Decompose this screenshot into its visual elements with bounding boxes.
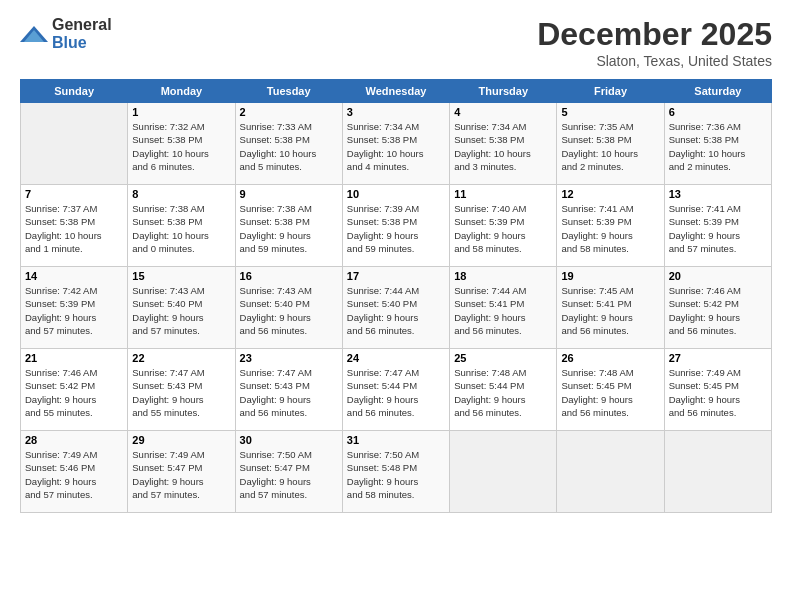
day-number: 23 [240, 352, 338, 364]
day-info: Sunrise: 7:47 AMSunset: 5:43 PMDaylight:… [240, 366, 338, 419]
day-number: 25 [454, 352, 552, 364]
day-number: 30 [240, 434, 338, 446]
calendar-cell: 6Sunrise: 7:36 AMSunset: 5:38 PMDaylight… [664, 103, 771, 185]
day-number: 12 [561, 188, 659, 200]
day-info: Sunrise: 7:50 AMSunset: 5:47 PMDaylight:… [240, 448, 338, 501]
day-number: 22 [132, 352, 230, 364]
day-info: Sunrise: 7:44 AMSunset: 5:40 PMDaylight:… [347, 284, 445, 337]
logo: General Blue [20, 16, 112, 52]
day-number: 16 [240, 270, 338, 282]
main-title: December 2025 [537, 16, 772, 53]
day-number: 24 [347, 352, 445, 364]
weekday-row: Sunday Monday Tuesday Wednesday Thursday… [21, 80, 772, 103]
day-info: Sunrise: 7:49 AMSunset: 5:46 PMDaylight:… [25, 448, 123, 501]
day-number: 21 [25, 352, 123, 364]
day-info: Sunrise: 7:33 AMSunset: 5:38 PMDaylight:… [240, 120, 338, 173]
calendar-cell: 27Sunrise: 7:49 AMSunset: 5:45 PMDayligh… [664, 349, 771, 431]
page: General Blue December 2025 Slaton, Texas… [0, 0, 792, 612]
logo-blue: Blue [52, 34, 87, 51]
week-row-3: 21Sunrise: 7:46 AMSunset: 5:42 PMDayligh… [21, 349, 772, 431]
day-number: 27 [669, 352, 767, 364]
calendar-cell [450, 431, 557, 513]
col-friday: Friday [557, 80, 664, 103]
logo-icon [20, 24, 48, 44]
col-monday: Monday [128, 80, 235, 103]
col-wednesday: Wednesday [342, 80, 449, 103]
calendar-cell: 13Sunrise: 7:41 AMSunset: 5:39 PMDayligh… [664, 185, 771, 267]
calendar-cell: 11Sunrise: 7:40 AMSunset: 5:39 PMDayligh… [450, 185, 557, 267]
calendar-cell: 18Sunrise: 7:44 AMSunset: 5:41 PMDayligh… [450, 267, 557, 349]
calendar-cell: 2Sunrise: 7:33 AMSunset: 5:38 PMDaylight… [235, 103, 342, 185]
day-info: Sunrise: 7:41 AMSunset: 5:39 PMDaylight:… [561, 202, 659, 255]
calendar-cell: 29Sunrise: 7:49 AMSunset: 5:47 PMDayligh… [128, 431, 235, 513]
day-info: Sunrise: 7:40 AMSunset: 5:39 PMDaylight:… [454, 202, 552, 255]
col-sunday: Sunday [21, 80, 128, 103]
calendar-cell: 16Sunrise: 7:43 AMSunset: 5:40 PMDayligh… [235, 267, 342, 349]
calendar-cell: 8Sunrise: 7:38 AMSunset: 5:38 PMDaylight… [128, 185, 235, 267]
day-info: Sunrise: 7:35 AMSunset: 5:38 PMDaylight:… [561, 120, 659, 173]
day-info: Sunrise: 7:48 AMSunset: 5:45 PMDaylight:… [561, 366, 659, 419]
day-number: 1 [132, 106, 230, 118]
day-info: Sunrise: 7:39 AMSunset: 5:38 PMDaylight:… [347, 202, 445, 255]
col-saturday: Saturday [664, 80, 771, 103]
day-info: Sunrise: 7:46 AMSunset: 5:42 PMDaylight:… [669, 284, 767, 337]
day-number: 2 [240, 106, 338, 118]
day-number: 28 [25, 434, 123, 446]
calendar-cell: 12Sunrise: 7:41 AMSunset: 5:39 PMDayligh… [557, 185, 664, 267]
day-info: Sunrise: 7:36 AMSunset: 5:38 PMDaylight:… [669, 120, 767, 173]
day-number: 3 [347, 106, 445, 118]
calendar-cell: 31Sunrise: 7:50 AMSunset: 5:48 PMDayligh… [342, 431, 449, 513]
calendar-cell [664, 431, 771, 513]
day-number: 13 [669, 188, 767, 200]
day-info: Sunrise: 7:44 AMSunset: 5:41 PMDaylight:… [454, 284, 552, 337]
day-info: Sunrise: 7:49 AMSunset: 5:47 PMDaylight:… [132, 448, 230, 501]
title-block: December 2025 Slaton, Texas, United Stat… [537, 16, 772, 69]
day-number: 15 [132, 270, 230, 282]
day-number: 29 [132, 434, 230, 446]
day-number: 6 [669, 106, 767, 118]
day-number: 17 [347, 270, 445, 282]
day-info: Sunrise: 7:45 AMSunset: 5:41 PMDaylight:… [561, 284, 659, 337]
calendar-cell: 21Sunrise: 7:46 AMSunset: 5:42 PMDayligh… [21, 349, 128, 431]
calendar-cell: 14Sunrise: 7:42 AMSunset: 5:39 PMDayligh… [21, 267, 128, 349]
calendar-cell [21, 103, 128, 185]
day-number: 18 [454, 270, 552, 282]
calendar-cell [557, 431, 664, 513]
day-number: 7 [25, 188, 123, 200]
calendar-cell: 24Sunrise: 7:47 AMSunset: 5:44 PMDayligh… [342, 349, 449, 431]
day-info: Sunrise: 7:43 AMSunset: 5:40 PMDaylight:… [240, 284, 338, 337]
calendar-cell: 28Sunrise: 7:49 AMSunset: 5:46 PMDayligh… [21, 431, 128, 513]
day-info: Sunrise: 7:34 AMSunset: 5:38 PMDaylight:… [454, 120, 552, 173]
day-number: 10 [347, 188, 445, 200]
day-info: Sunrise: 7:49 AMSunset: 5:45 PMDaylight:… [669, 366, 767, 419]
day-number: 4 [454, 106, 552, 118]
calendar-table: Sunday Monday Tuesday Wednesday Thursday… [20, 79, 772, 513]
calendar-cell: 4Sunrise: 7:34 AMSunset: 5:38 PMDaylight… [450, 103, 557, 185]
col-thursday: Thursday [450, 80, 557, 103]
day-info: Sunrise: 7:34 AMSunset: 5:38 PMDaylight:… [347, 120, 445, 173]
calendar-cell: 19Sunrise: 7:45 AMSunset: 5:41 PMDayligh… [557, 267, 664, 349]
day-number: 19 [561, 270, 659, 282]
calendar-cell: 5Sunrise: 7:35 AMSunset: 5:38 PMDaylight… [557, 103, 664, 185]
day-info: Sunrise: 7:38 AMSunset: 5:38 PMDaylight:… [132, 202, 230, 255]
calendar-cell: 23Sunrise: 7:47 AMSunset: 5:43 PMDayligh… [235, 349, 342, 431]
day-info: Sunrise: 7:42 AMSunset: 5:39 PMDaylight:… [25, 284, 123, 337]
calendar-header: Sunday Monday Tuesday Wednesday Thursday… [21, 80, 772, 103]
day-info: Sunrise: 7:32 AMSunset: 5:38 PMDaylight:… [132, 120, 230, 173]
day-info: Sunrise: 7:50 AMSunset: 5:48 PMDaylight:… [347, 448, 445, 501]
day-number: 14 [25, 270, 123, 282]
calendar-cell: 26Sunrise: 7:48 AMSunset: 5:45 PMDayligh… [557, 349, 664, 431]
calendar-cell: 20Sunrise: 7:46 AMSunset: 5:42 PMDayligh… [664, 267, 771, 349]
day-info: Sunrise: 7:41 AMSunset: 5:39 PMDaylight:… [669, 202, 767, 255]
logo-text: General Blue [52, 16, 112, 52]
day-number: 11 [454, 188, 552, 200]
header: General Blue December 2025 Slaton, Texas… [20, 16, 772, 69]
week-row-2: 14Sunrise: 7:42 AMSunset: 5:39 PMDayligh… [21, 267, 772, 349]
day-info: Sunrise: 7:47 AMSunset: 5:44 PMDaylight:… [347, 366, 445, 419]
calendar-cell: 1Sunrise: 7:32 AMSunset: 5:38 PMDaylight… [128, 103, 235, 185]
calendar-body: 1Sunrise: 7:32 AMSunset: 5:38 PMDaylight… [21, 103, 772, 513]
logo-general: General [52, 16, 112, 33]
calendar-cell: 15Sunrise: 7:43 AMSunset: 5:40 PMDayligh… [128, 267, 235, 349]
day-number: 8 [132, 188, 230, 200]
day-number: 26 [561, 352, 659, 364]
